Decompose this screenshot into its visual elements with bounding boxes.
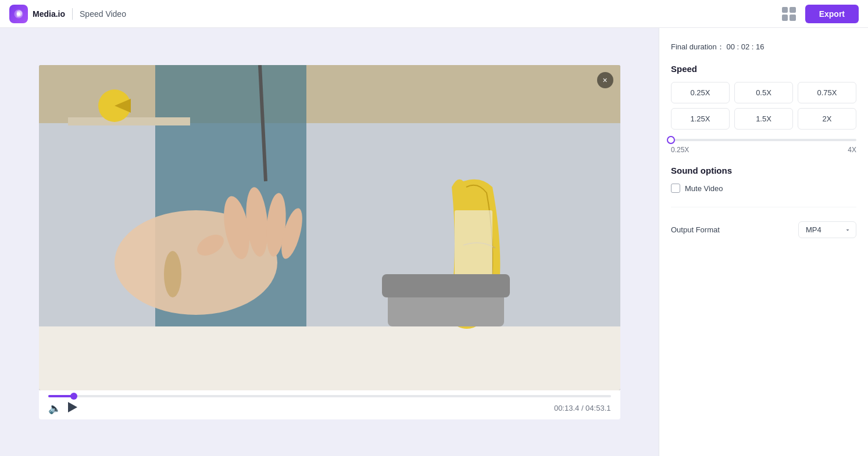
header-divider xyxy=(72,8,73,20)
controls-row: 🔈 00:13.4 / 04:53.1 xyxy=(48,402,611,415)
main-content: × 🔈 00:13.4 / 04:53.1 Final duration： xyxy=(0,28,868,456)
speed-section-label: Speed xyxy=(671,64,856,74)
page-title: Speed Video xyxy=(80,9,126,19)
header-left: Media.io Speed Video xyxy=(9,5,126,23)
speed-slider-container: 0.25X 4X xyxy=(671,139,856,154)
mute-video-checkbox[interactable] xyxy=(671,184,680,193)
mute-video-label: Mute Video xyxy=(685,184,723,193)
volume-icon[interactable]: 🔈 xyxy=(48,402,61,415)
panel-divider xyxy=(671,207,856,207)
speed-slider-track[interactable] xyxy=(671,139,856,141)
svg-rect-15 xyxy=(39,326,620,390)
speed-min-label: 0.25X xyxy=(671,146,689,154)
speed-max-label: 4X xyxy=(848,146,856,154)
app-header: Media.io Speed Video Export xyxy=(0,0,868,28)
sound-options-section: Sound options Mute Video xyxy=(671,166,856,193)
output-format-row: Output Format MP4 MOV AVI MKV GIF xyxy=(671,221,856,238)
logo-text: Media.io xyxy=(33,9,65,19)
svg-rect-5 xyxy=(68,117,190,125)
play-button[interactable] xyxy=(68,402,77,414)
right-panel: Final duration： 00 : 02 : 16 Speed 0.25X… xyxy=(659,28,868,456)
final-duration-value: 00 : 02 : 16 xyxy=(726,42,764,51)
speed-range-labels: 0.25X 4X xyxy=(671,146,856,154)
video-controls: 🔈 00:13.4 / 04:53.1 xyxy=(39,390,620,419)
output-format-label: Output Format xyxy=(671,225,720,234)
close-button[interactable]: × xyxy=(597,72,613,88)
progress-bar[interactable] xyxy=(48,395,611,397)
video-area: × 🔈 00:13.4 / 04:53.1 xyxy=(0,28,659,456)
final-duration: Final duration： 00 : 02 : 16 xyxy=(671,42,856,52)
video-container: × xyxy=(39,65,620,390)
svg-point-14 xyxy=(164,251,181,297)
sound-options-label: Sound options xyxy=(671,166,856,175)
svg-rect-16 xyxy=(455,210,492,280)
format-select[interactable]: MP4 MOV AVI MKV GIF xyxy=(798,221,856,238)
speed-btn-125[interactable]: 1.25X xyxy=(671,108,730,130)
grid-icon[interactable] xyxy=(782,7,796,21)
play-icon xyxy=(68,402,77,412)
video-content xyxy=(39,65,620,390)
svg-rect-18 xyxy=(382,274,510,297)
svg-point-1 xyxy=(17,12,20,16)
speed-btn-15[interactable]: 1.5X xyxy=(734,108,793,130)
speed-slider-handle[interactable] xyxy=(667,136,675,144)
speed-btn-025[interactable]: 0.25X xyxy=(671,82,730,103)
speed-btn-05[interactable]: 0.5X xyxy=(734,82,793,103)
progress-handle[interactable] xyxy=(70,393,77,400)
time-display: 00:13.4 / 04:53.1 xyxy=(554,404,611,412)
video-frame xyxy=(39,65,620,390)
export-button[interactable]: Export xyxy=(805,5,859,23)
header-right: Export xyxy=(782,5,859,23)
controls-left: 🔈 xyxy=(48,402,77,415)
speed-buttons-grid: 0.25X 0.5X 0.75X 1.25X 1.5X 2X xyxy=(671,82,856,130)
speed-btn-075[interactable]: 0.75X xyxy=(798,82,856,103)
speed-btn-2[interactable]: 2X xyxy=(798,108,856,130)
final-duration-label: Final duration： xyxy=(671,42,724,51)
mute-video-row: Mute Video xyxy=(671,184,856,193)
logo-icon xyxy=(9,5,28,23)
logo: Media.io xyxy=(9,5,65,23)
